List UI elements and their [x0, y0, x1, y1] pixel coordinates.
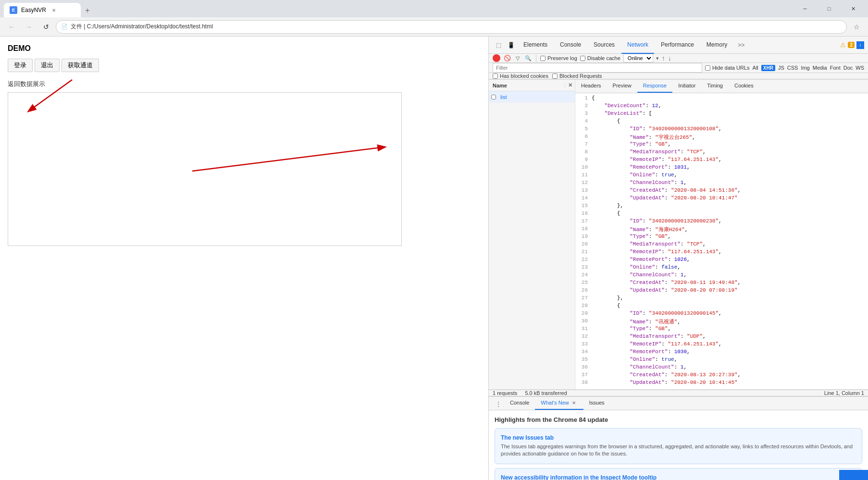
response-line: 20 "MediaTransport": "TCP", [575, 241, 868, 249]
login-btn[interactable]: 登录 [8, 59, 33, 72]
search-btn[interactable]: 🔍 [524, 54, 532, 62]
devtools-tab-memory[interactable]: Memory [701, 37, 733, 54]
devtools-drawer: ⋮ Console What's New ✕ Issues Highlights… [489, 396, 868, 480]
response-tab-timing[interactable]: Timing [701, 80, 729, 93]
preserve-log-label[interactable]: Preserve log [540, 55, 577, 61]
drawer-tab-issues[interactable]: Issues [583, 396, 610, 410]
js-filter-btn[interactable]: JS [778, 65, 784, 71]
devtools-tab-overflow-btn[interactable]: >> [734, 37, 748, 54]
address-bar[interactable]: 📄 文件 | C:/Users/Administrator/Desktop/do… [56, 20, 847, 34]
response-tab-headers[interactable]: Headers [575, 80, 607, 93]
get-channel-btn[interactable]: 获取通道 [62, 59, 99, 72]
data-display-box [8, 92, 402, 246]
devtools-warning: ⚠ 2 i [840, 41, 864, 49]
disable-cache-checkbox[interactable] [580, 56, 585, 61]
list-item[interactable]: list [489, 91, 575, 103]
clear-btn[interactable]: 🚫 [503, 54, 511, 62]
all-filter-btn[interactable]: All [753, 65, 758, 71]
response-line: 3 "DeviceList": [ [575, 111, 868, 118]
response-line: 11 "Online": true, [575, 172, 868, 180]
response-line: 9 "RemoteIP": "117.64.251.143", [575, 157, 868, 164]
line-number: 36 [577, 364, 592, 372]
line-number: 7 [577, 141, 592, 149]
devtools-tab-performance[interactable]: Performance [655, 37, 700, 54]
img-filter-btn[interactable]: Img [801, 65, 809, 71]
close-btn[interactable]: ✕ [842, 0, 864, 17]
line-content: "RemotePort": 1030, [592, 349, 866, 357]
devtools-tab-sources[interactable]: Sources [588, 37, 620, 54]
bookmark-btn[interactable]: ☆ [849, 19, 864, 35]
response-line: 6 "Name": "宇视云台265", [575, 134, 868, 141]
blocked-requests-checkbox[interactable] [552, 74, 558, 79]
new-tab-btn[interactable]: + [81, 4, 94, 17]
blocked-requests-label[interactable]: Blocked Requests [552, 73, 602, 79]
devtools-tab-elements[interactable]: Elements [518, 37, 553, 54]
response-line: 24 "ChannelCount": 1, [575, 272, 868, 280]
whats-new-title: Highlights from the Chrome 84 update [495, 416, 862, 423]
media-filter-btn[interactable]: Media [813, 65, 827, 71]
response-tab-response[interactable]: Response [637, 80, 673, 93]
tab-close-btn[interactable]: ✕ [50, 6, 58, 14]
item-checkbox[interactable] [489, 95, 498, 99]
back-btn: ← [4, 19, 19, 35]
response-line: 21 "RemoteIP": "117.64.251.143", [575, 249, 868, 257]
devtools-tab-network[interactable]: Network [621, 37, 654, 54]
devtools-inspect-btn[interactable]: ⬚ [493, 39, 504, 51]
ws-filter-btn[interactable]: WS [856, 65, 864, 71]
has-blocked-cookies-checkbox[interactable] [493, 74, 498, 79]
xhr-filter-btn[interactable]: XHR [761, 65, 775, 71]
line-content: "MediaTransport": "TCP", [592, 149, 866, 157]
close-panel-btn[interactable]: ✕ [565, 82, 575, 88]
line-number: 9 [577, 157, 592, 164]
disable-cache-text: Disable cache [587, 55, 620, 61]
update-item-1: The new Issues tab The Issues tab aggreg… [495, 428, 862, 464]
filter-icon-btn[interactable]: ▽ [514, 54, 521, 62]
drawer-more-btn[interactable]: ⋮ [493, 398, 504, 410]
main-area: DEMO 登录 退出 获取通道 返回数据展示 [0, 37, 868, 480]
item-checkbox-input[interactable] [491, 95, 496, 99]
line-content: { [592, 95, 866, 103]
refresh-btn[interactable]: ↺ [38, 19, 54, 35]
line-number: 26 [577, 287, 592, 295]
line-content: "CreatedAt": "2020-08-11 19:49:48", [592, 280, 866, 287]
line-content: "RemotePort": 1026, [592, 257, 866, 264]
upload-btn[interactable]: ↑ [662, 54, 665, 62]
drawer-tab-whats-new[interactable]: What's New ✕ [535, 396, 583, 410]
devtools-toolbar: ⬚ 📱 Elements Console Sources Network Per… [489, 37, 868, 54]
download-btn[interactable]: ↓ [668, 54, 671, 62]
line-content: "RemoteIP": "117.64.251.143", [592, 249, 866, 257]
line-number: 17 [577, 218, 592, 226]
font-filter-btn[interactable]: Font [830, 65, 841, 71]
drawer-tab-close-btn[interactable]: ✕ [570, 399, 578, 406]
throttle-select[interactable]: Online [623, 54, 653, 62]
response-tab-cookies[interactable]: Cookies [729, 80, 759, 93]
preserve-log-checkbox[interactable] [540, 56, 546, 61]
hide-data-urls-label[interactable]: Hide data URLs [705, 65, 750, 71]
logout-btn[interactable]: 退出 [35, 59, 60, 72]
css-filter-btn[interactable]: CSS [787, 65, 798, 71]
response-tab-preview[interactable]: Preview [607, 80, 637, 93]
hide-data-urls-checkbox[interactable] [705, 65, 710, 71]
record-btn[interactable] [493, 54, 500, 62]
response-tab-initiator[interactable]: Initiator [672, 80, 701, 93]
line-content: "Online": true, [592, 172, 866, 180]
demo-buttons: 登录 退出 获取通道 [8, 59, 481, 72]
drawer-tab-console[interactable]: Console [504, 396, 535, 410]
devtools-device-btn[interactable]: 📱 [505, 39, 517, 51]
response-line: 4 { [575, 118, 868, 126]
has-blocked-cookies-label[interactable]: Has blocked cookies [493, 73, 548, 79]
maximize-btn[interactable]: □ [818, 0, 840, 17]
line-number: 18 [577, 226, 592, 234]
network-filter-input[interactable] [493, 63, 702, 73]
preserve-log-text: Preserve log [547, 55, 577, 61]
browser-tab[interactable]: E EasyNVR ✕ [4, 3, 81, 17]
drawer-content: Highlights from the Chrome 84 update The… [489, 410, 868, 480]
devtools-tab-console[interactable]: Console [554, 37, 587, 54]
disable-cache-label[interactable]: Disable cache [580, 55, 620, 61]
response-line: 17 "ID": "34020000001320000230", [575, 218, 868, 226]
line-number: 4 [577, 118, 592, 126]
minimize-btn[interactable]: ─ [794, 0, 816, 17]
response-line: 33 "RemoteIP": "117.64.251.143", [575, 341, 868, 349]
doc-filter-btn[interactable]: Doc [843, 65, 853, 71]
request-list: list [489, 91, 575, 103]
